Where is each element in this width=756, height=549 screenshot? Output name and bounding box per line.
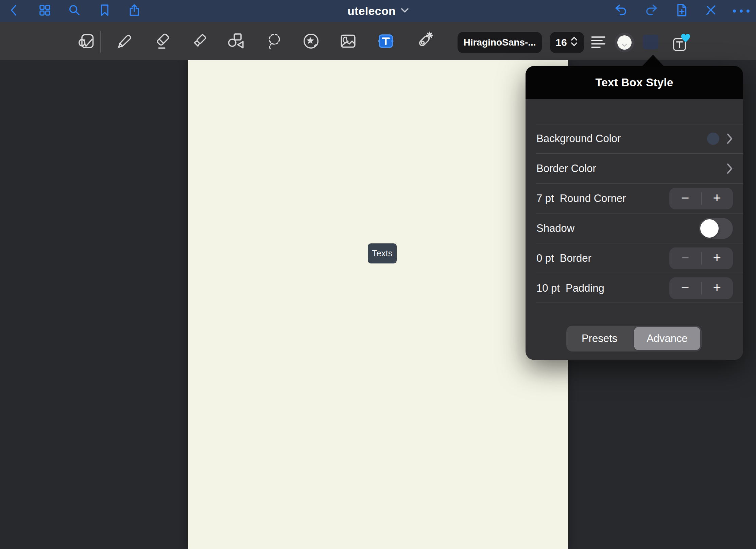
row-shadow: Shadow [526, 213, 743, 243]
share-button[interactable] [125, 2, 143, 20]
bookmark-icon [98, 3, 111, 18]
back-icon [7, 3, 21, 19]
undo-button[interactable] [613, 2, 630, 20]
popover-header: Text Box Style [526, 66, 743, 99]
shapes-icon [227, 32, 246, 52]
grid-view-icon [38, 3, 52, 18]
pen-icon [115, 32, 134, 52]
undo-icon [614, 3, 629, 19]
note-page[interactable] [188, 60, 568, 549]
pen-tool[interactable] [114, 31, 135, 53]
document-title-button[interactable]: utelecon [347, 0, 409, 22]
font-size-value: 16 [555, 37, 567, 48]
laser-pointer-icon [414, 32, 433, 52]
toolbar-divider [100, 31, 101, 53]
lasso-icon [265, 32, 283, 52]
chevron-down-icon [622, 44, 627, 47]
bookmark-button[interactable] [96, 2, 114, 20]
highlighter-tool[interactable] [189, 31, 210, 53]
top-navigation-bar: utelecon [0, 0, 756, 22]
highlighter-icon [190, 32, 209, 52]
search-button[interactable] [66, 2, 83, 20]
row-label: Border Color [536, 162, 596, 175]
font-family-label: HiraginoSans-... [463, 37, 536, 48]
convert-text-icon [77, 32, 96, 52]
round-corner-stepper: − + [669, 188, 733, 209]
increase-button[interactable]: + [701, 188, 733, 209]
row-label: Round Corner [560, 192, 626, 205]
search-icon [68, 3, 81, 18]
increase-button[interactable]: + [701, 277, 733, 299]
text-tool-icon [376, 31, 396, 52]
image-icon [339, 32, 358, 52]
add-page-button[interactable] [673, 2, 690, 20]
decrease-button[interactable]: − [669, 247, 701, 269]
row-padding: 10 pt Padding − + [526, 273, 743, 303]
favorite-text-style-button[interactable] [670, 33, 691, 53]
decrease-button[interactable]: − [669, 188, 701, 209]
image-tool[interactable] [337, 31, 359, 53]
row-label: Padding [566, 282, 604, 294]
background-color-swatch [707, 133, 719, 145]
eraser-tool[interactable] [151, 31, 173, 53]
laser-pointer-tool[interactable] [413, 31, 435, 53]
popover-title: Text Box Style [595, 76, 673, 89]
share-icon [127, 3, 141, 19]
presets-advance-segmented-control: Presets Advance [566, 326, 702, 351]
shapes-tool[interactable] [225, 31, 247, 53]
font-family-button[interactable]: HiraginoSans-... [458, 32, 542, 53]
more-button[interactable] [732, 2, 750, 20]
text-box-style-popover: Text Box Style Background Color Border C… [526, 66, 743, 360]
text-color-swatch [617, 35, 632, 50]
back-button[interactable] [5, 2, 23, 20]
row-background-color[interactable]: Background Color [526, 124, 743, 154]
notes-app-window: utelecon [0, 0, 756, 549]
chevron-right-icon [727, 163, 733, 174]
lasso-tool[interactable] [263, 31, 285, 53]
sticker-icon [302, 32, 320, 52]
pen-cross-button[interactable] [702, 2, 720, 20]
text-color-button[interactable] [615, 33, 634, 52]
border-width-stepper: − + [669, 247, 733, 269]
text-box-style-button[interactable] [643, 35, 658, 49]
row-border-color[interactable]: Border Color [526, 154, 743, 184]
text-box-object[interactable]: Texts [368, 243, 397, 263]
convert-text-tool[interactable] [76, 31, 98, 53]
row-round-corner: 7 pt Round Corner − + [526, 184, 743, 213]
increase-button[interactable]: + [701, 247, 733, 269]
text-tool[interactable] [375, 31, 397, 53]
row-label: Shadow [536, 222, 574, 235]
redo-icon [644, 3, 658, 19]
tab-advance[interactable]: Advance [634, 327, 700, 350]
style-options-list: Background Color Border Color 7 pt Round… [526, 124, 743, 303]
popover-arrow [641, 55, 665, 67]
redo-button[interactable] [642, 2, 660, 20]
page-title: utelecon [347, 4, 396, 18]
row-border-width: 0 pt Border − + [526, 243, 743, 273]
font-size-stepper[interactable]: 16 [550, 32, 584, 53]
tab-presets[interactable]: Presets [566, 326, 633, 351]
more-icon [733, 10, 750, 13]
shadow-toggle[interactable] [699, 218, 733, 239]
eraser-icon [153, 32, 171, 52]
grid-view-button[interactable] [36, 2, 54, 20]
align-left-icon [590, 35, 606, 51]
chevron-down-icon [401, 8, 409, 14]
row-label: Border [560, 252, 591, 264]
size-up-down-icon [570, 36, 579, 50]
border-width-value: 0 pt [536, 252, 554, 264]
heart-badge-icon [681, 33, 691, 44]
text-box-content: Texts [372, 248, 393, 259]
round-corner-value: 7 pt [536, 192, 554, 205]
padding-stepper: − + [669, 277, 733, 299]
chevron-right-icon [727, 133, 733, 144]
decrease-button[interactable]: − [669, 277, 701, 299]
text-align-button[interactable] [590, 35, 606, 50]
row-label: Background Color [536, 133, 621, 145]
add-page-icon [675, 3, 688, 19]
pen-cross-icon [704, 3, 718, 18]
padding-value: 10 pt [536, 282, 560, 294]
sticker-tool[interactable] [300, 31, 322, 53]
